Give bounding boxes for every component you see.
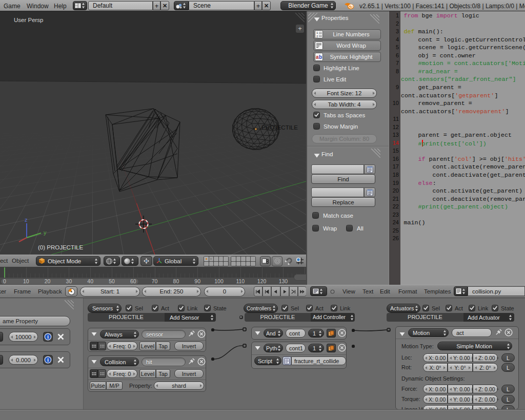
svg-text:b: b xyxy=(319,54,322,60)
svg-text:y: y xyxy=(44,229,47,236)
svg-text:z: z xyxy=(25,217,28,223)
